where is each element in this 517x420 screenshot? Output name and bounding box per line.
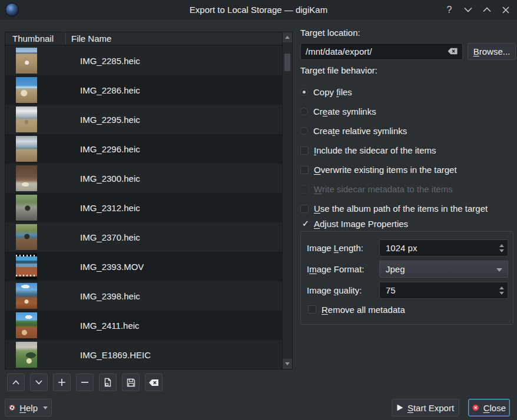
file-thumbnail [16, 77, 37, 103]
radio-option[interactable]: Create symlinks [300, 102, 513, 121]
file-thumbnail [16, 165, 37, 191]
radio-label: Copy files [313, 87, 352, 97]
table-row[interactable]: IMG_2393.MOV [5, 252, 282, 281]
help-button[interactable]: Help [5, 399, 52, 416]
list-scrollbar[interactable] [282, 32, 292, 369]
column-header-filename[interactable]: File Name [65, 32, 292, 45]
behavior-radio-group: Copy filesCreate symlinksCreate relative… [300, 82, 513, 141]
target-location-input[interactable] [300, 43, 463, 60]
checkbox-label: Overwrite existing items in the target [314, 165, 457, 175]
table-header[interactable]: Thumbnail File Name [5, 32, 292, 45]
clear-location-icon[interactable] [446, 46, 458, 56]
browse-button[interactable]: Browse... [468, 43, 516, 60]
remove-item-icon [81, 378, 89, 386]
clear-list-button[interactable] [145, 374, 163, 391]
lifebuoy-icon [9, 403, 15, 412]
target-location-label: Target location: [300, 28, 360, 38]
file-thumbnail [16, 106, 37, 132]
save-list-icon [127, 378, 135, 387]
spinner-arrows-icon[interactable] [498, 240, 505, 256]
remove-metadata-checkbox[interactable]: Remove all metadata [308, 303, 405, 316]
checkbox-label: Include the sidecar of the items [314, 145, 436, 155]
add-item-icon [58, 378, 66, 386]
radio-label: Create symlinks [313, 106, 376, 116]
table-row[interactable]: IMG_2285.heic [5, 46, 282, 75]
image-format-combobox[interactable]: Jpeg [379, 261, 508, 278]
move-down-icon [35, 379, 43, 385]
table-row[interactable]: IMG_2370.heic [5, 222, 282, 252]
checkbox-icon [300, 166, 309, 174]
remove-item-button[interactable] [76, 374, 94, 391]
table-row[interactable]: IMG_2300.heic [5, 164, 282, 193]
file-name: IMG_2411.heic [80, 321, 140, 331]
table-row[interactable]: IMG_2295.heic [5, 105, 282, 134]
file-thumbnail [16, 283, 37, 309]
file-name: IMG_2295.heic [80, 115, 140, 125]
scroll-down-icon[interactable] [283, 359, 292, 369]
load-list-button[interactable] [99, 374, 117, 391]
field-label: Image Length: [307, 239, 363, 256]
file-thumbnail [16, 312, 37, 338]
value-spinbox[interactable]: 75 [379, 282, 508, 299]
move-up-icon [12, 379, 20, 385]
checkbox-option: Write sidecar metadata to the items [300, 179, 513, 199]
scrollbar-handle[interactable] [284, 54, 290, 71]
adjust-image-properties-checkbox[interactable]: ✓ Adjust Image Properties [301, 217, 408, 230]
file-name: IMG_2296.heic [80, 144, 140, 154]
file-name: IMG_2370.heic [80, 232, 140, 242]
field-value: 75 [386, 285, 396, 295]
settings-panel: Target location: Browse... Target file b… [300, 0, 513, 420]
table-row[interactable]: IMG_2312.heic [5, 193, 282, 222]
table-row[interactable]: IMG_2398.heic [5, 281, 282, 311]
close-dialog-icon [472, 404, 479, 412]
file-name: IMG_E1869.HEIC [80, 350, 151, 360]
file-name: IMG_2300.heic [80, 174, 140, 184]
checkbox-option[interactable]: Overwrite existing items in the target [300, 160, 513, 179]
file-thumbnail [16, 195, 37, 221]
options-checkbox-group: Include the sidecar of the itemsOverwrit… [300, 141, 513, 218]
radio-icon [300, 88, 308, 96]
spinner-arrows-icon[interactable] [498, 282, 505, 298]
checkbox-icon [308, 305, 316, 314]
column-header-thumbnail[interactable]: Thumbnail [5, 32, 65, 45]
checkbox-icon [300, 146, 309, 155]
checkbox-label: Write sidecar metadata to the items [314, 184, 453, 194]
target-behavior-label: Target file behavior: [300, 65, 377, 75]
export-dialog: Export to Local Storage — digiKam ? Thum… [0, 0, 517, 420]
load-list-icon [104, 378, 112, 387]
close-button[interactable]: Close [468, 399, 510, 416]
clear-list-icon [148, 379, 159, 386]
add-item-button[interactable] [53, 374, 71, 391]
scroll-up-icon[interactable] [283, 32, 292, 42]
checkbox-option[interactable]: Include the sidecar of the items [300, 141, 513, 160]
list-toolbar [7, 374, 163, 391]
field-label: Image Format: [307, 261, 364, 278]
save-list-button[interactable] [122, 374, 140, 391]
field-label: Image quality: [307, 282, 362, 299]
image-properties-groupbox: Image Length:1024 pxImage Format:JpegIma… [300, 231, 513, 325]
move-up-button[interactable] [7, 374, 25, 391]
checked-icon: ✓ [301, 218, 310, 229]
table-row[interactable]: IMG_2411.heic [5, 311, 282, 340]
radio-label: Create relative symlinks [313, 126, 407, 136]
checkbox-option[interactable]: Use the album path of the items in the t… [300, 199, 513, 218]
table-row[interactable]: IMG_2296.heic [5, 134, 282, 164]
checkbox-icon [300, 205, 309, 213]
chevron-down-icon [496, 268, 502, 272]
radio-icon [300, 127, 308, 135]
field-value: Jpeg [386, 264, 405, 274]
checkbox-icon [300, 185, 309, 194]
file-name: IMG_2393.MOV [80, 262, 144, 272]
file-thumbnail [16, 254, 37, 279]
table-row[interactable]: IMG_E1869.HEIC [5, 340, 282, 369]
file-thumbnail [16, 342, 37, 368]
start-export-button[interactable]: Start Export [392, 399, 459, 416]
file-thumbnail [16, 48, 37, 74]
checkbox-label: Use the album path of the items in the t… [314, 204, 488, 214]
radio-option[interactable]: Copy files [300, 82, 513, 102]
value-spinbox[interactable]: 1024 px [379, 239, 508, 256]
radio-option[interactable]: Create relative symlinks [300, 121, 513, 141]
table-row[interactable]: IMG_2286.heic [5, 75, 282, 105]
start-export-icon [397, 404, 403, 411]
move-down-button[interactable] [30, 374, 48, 391]
